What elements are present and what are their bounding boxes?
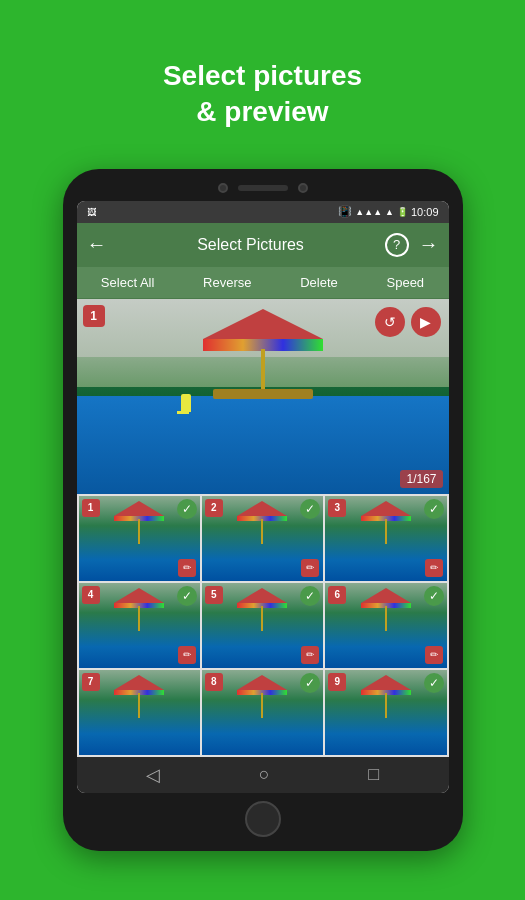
status-bar: 🖼 📳 ▲▲▲ ▲ 🔋 10:09: [77, 201, 449, 223]
speed-button[interactable]: Speed: [381, 273, 431, 292]
delete-button[interactable]: Delete: [294, 273, 344, 292]
thumb-check-9: ✓: [424, 673, 444, 693]
thumb-number-2: 2: [205, 499, 223, 517]
thumb-check-4: ✓: [177, 586, 197, 606]
thumbnail-item-1[interactable]: 1✓✏: [79, 496, 200, 581]
clock: 10:09: [411, 206, 439, 218]
toolbar-title: Select Pictures: [117, 236, 385, 254]
thumb-check-1: ✓: [177, 499, 197, 519]
thumb-number-6: 6: [328, 586, 346, 604]
thumb-edit-1[interactable]: ✏: [178, 559, 196, 577]
thumb-check-2: ✓: [300, 499, 320, 519]
battery-icon: 🔋: [397, 207, 408, 217]
replay-button[interactable]: ↺: [375, 307, 405, 337]
home-button[interactable]: [245, 801, 281, 837]
phone-top-bar: [77, 183, 449, 193]
camera-icon: 🖼: [87, 207, 96, 217]
phone-camera-front: [298, 183, 308, 193]
play-button[interactable]: ▶: [411, 307, 441, 337]
phone-wrapper: 🖼 📳 ▲▲▲ ▲ 🔋 10:09 ← Select Pictures ? → …: [63, 169, 463, 851]
status-right: 📳 ▲▲▲ ▲ 🔋 10:09: [338, 205, 438, 218]
thumb-edit-6[interactable]: ✏: [425, 646, 443, 664]
thumb-edit-5[interactable]: ✏: [301, 646, 319, 664]
nav-back-button[interactable]: ◁: [146, 764, 160, 786]
thumb-edit-4[interactable]: ✏: [178, 646, 196, 664]
thumb-number-7: 7: [82, 673, 100, 691]
thumb-edit-2[interactable]: ✏: [301, 559, 319, 577]
status-left: 🖼: [87, 207, 96, 217]
image-counter: 1/167: [400, 470, 442, 488]
page-title-area: Select pictures & preview: [143, 0, 382, 169]
thumbnail-item-5[interactable]: 5✓✏: [202, 583, 323, 668]
wifi-icon: ▲: [385, 207, 394, 217]
thumb-number-5: 5: [205, 586, 223, 604]
thumb-number-1: 1: [82, 499, 100, 517]
thumb-edit-3[interactable]: ✏: [425, 559, 443, 577]
thumb-number-3: 3: [328, 499, 346, 517]
main-image-container: 1 1/167 ↺ ▶: [77, 299, 449, 494]
phone-camera: [218, 183, 228, 193]
phone-bottom: [77, 801, 449, 837]
thumbnails-grid: 1✓✏2✓✏3✓✏4✓✏5✓✏6✓✏78✓9✓: [77, 494, 449, 757]
reverse-button[interactable]: Reverse: [197, 273, 257, 292]
signal-icon: ▲▲▲: [355, 207, 382, 217]
thumbnail-item-4[interactable]: 4✓✏: [79, 583, 200, 668]
thumb-number-8: 8: [205, 673, 223, 691]
thumbnail-item-3[interactable]: 3✓✏: [325, 496, 446, 581]
nav-bar: ◁ ○ □: [77, 757, 449, 793]
vibrate-icon: 📳: [338, 205, 352, 218]
help-button[interactable]: ?: [385, 233, 409, 257]
nav-home-button[interactable]: ○: [259, 764, 270, 785]
nav-recents-button[interactable]: □: [368, 764, 379, 785]
thumbnail-item-2[interactable]: 2✓✏: [202, 496, 323, 581]
thumb-check-6: ✓: [424, 586, 444, 606]
page-title: Select pictures & preview: [163, 58, 362, 131]
phone-screen: 🖼 📳 ▲▲▲ ▲ 🔋 10:09 ← Select Pictures ? → …: [77, 201, 449, 793]
thumb-check-5: ✓: [300, 586, 320, 606]
thumb-number-9: 9: [328, 673, 346, 691]
forward-button[interactable]: →: [419, 233, 439, 256]
thumbnail-item-6[interactable]: 6✓✏: [325, 583, 446, 668]
action-bar: Select All Reverse Delete Speed: [77, 267, 449, 299]
thumb-number-4: 4: [82, 586, 100, 604]
select-all-button[interactable]: Select All: [95, 273, 160, 292]
thumbnail-item-8[interactable]: 8✓: [202, 670, 323, 755]
back-button[interactable]: ←: [87, 233, 107, 256]
thumb-check-8: ✓: [300, 673, 320, 693]
phone-speaker: [238, 185, 288, 191]
thumb-check-3: ✓: [424, 499, 444, 519]
thumbnail-item-7[interactable]: 7: [79, 670, 200, 755]
toolbar: ← Select Pictures ? →: [77, 223, 449, 267]
main-image-number-badge: 1: [83, 305, 105, 327]
thumbnail-item-9[interactable]: 9✓: [325, 670, 446, 755]
